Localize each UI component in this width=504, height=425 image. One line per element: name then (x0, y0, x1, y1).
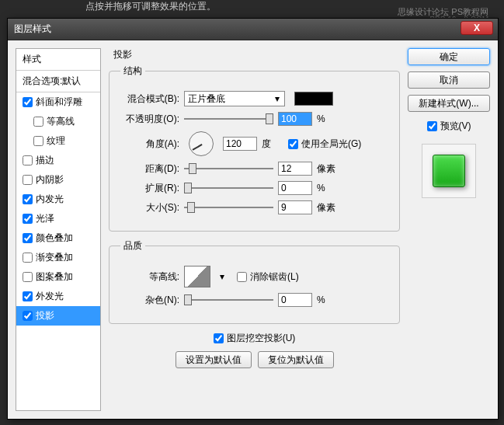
stroke-checkbox[interactable] (23, 155, 33, 165)
texture-label: 纹理 (47, 134, 65, 148)
gradient-overlay-checkbox[interactable] (23, 253, 33, 263)
contour-checkbox[interactable] (33, 117, 43, 127)
drop-shadow-label: 投影 (36, 309, 54, 322)
spread-slider[interactable] (184, 181, 273, 195)
opacity-input[interactable]: 100 (278, 112, 312, 126)
ok-button[interactable]: 确定 (408, 48, 490, 65)
contour-setting-label: 等高线: (120, 270, 179, 284)
opacity-slider[interactable] (184, 112, 273, 126)
layer-style-dialog: 图层样式 X 样式 混合选项:默认 斜面和浮雕 等高线 纹理 描边 内阴影 内发… (7, 18, 499, 420)
opacity-unit: % (317, 113, 339, 124)
noise-label: 杂色(N): (120, 294, 179, 307)
global-light-label: 使用全局光(G) (301, 138, 361, 151)
drop-shadow-checkbox[interactable] (23, 311, 33, 321)
style-pattern-overlay[interactable]: 图案叠加 (16, 267, 100, 287)
settings-panel: 投影 结构 混合模式(B): 正片叠底 ▾ 不透明度(O): 100 % (109, 48, 408, 411)
size-slider[interactable] (184, 200, 273, 214)
inner-shadow-label: 内阴影 (36, 173, 64, 186)
style-gradient-overlay[interactable]: 渐变叠加 (16, 248, 100, 267)
anti-alias-checkbox[interactable] (237, 272, 247, 282)
global-light-checkbox[interactable] (288, 139, 298, 149)
set-default-button[interactable]: 设置为默认值 (176, 351, 252, 368)
outer-glow-label: 外发光 (36, 290, 64, 303)
outer-glow-checkbox[interactable] (23, 291, 33, 301)
titlebar[interactable]: 图层样式 X (8, 19, 498, 40)
angle-input[interactable]: 120 (223, 137, 257, 151)
quality-group: 品质 等高线: ▾ 消除锯齿(L) 杂色(N): 0 % (109, 239, 400, 324)
structure-legend: 结构 (120, 64, 145, 78)
color-overlay-checkbox[interactable] (23, 233, 33, 243)
contour-label: 等高线 (47, 115, 75, 128)
spread-label: 扩展(R): (120, 182, 179, 195)
panel-title: 投影 (109, 48, 400, 61)
cancel-button[interactable]: 取消 (408, 71, 490, 89)
distance-unit: 像素 (317, 162, 339, 176)
chevron-down-icon: ▾ (272, 92, 283, 105)
preview-swatch (433, 155, 465, 187)
shadow-color-swatch[interactable] (294, 92, 333, 106)
satin-checkbox[interactable] (23, 214, 33, 224)
style-outer-glow[interactable]: 外发光 (16, 287, 100, 306)
right-panel: 确定 取消 新建样式(W)... 预览(V) (408, 48, 490, 411)
texture-checkbox[interactable] (33, 136, 43, 146)
preview-box (422, 144, 476, 198)
angle-unit: 度 (262, 138, 283, 151)
color-overlay-label: 颜色叠加 (36, 232, 73, 245)
size-input[interactable]: 9 (278, 200, 312, 214)
stroke-label: 描边 (36, 154, 54, 167)
size-unit: 像素 (317, 201, 339, 214)
knockout-checkbox[interactable] (214, 333, 224, 343)
preview-checkbox[interactable] (427, 121, 437, 131)
blend-mode-value: 正片叠底 (188, 92, 225, 106)
style-drop-shadow[interactable]: 投影 (16, 306, 100, 326)
satin-label: 光泽 (36, 212, 54, 225)
distance-input[interactable]: 12 (278, 162, 312, 176)
noise-slider[interactable] (184, 293, 273, 307)
spread-input[interactable]: 0 (278, 181, 312, 195)
style-inner-glow[interactable]: 内发光 (16, 190, 100, 209)
noise-unit: % (317, 294, 339, 305)
blend-mode-combo[interactable]: 正片叠底 ▾ (184, 91, 285, 106)
opacity-label: 不透明度(O): (120, 113, 179, 126)
distance-label: 距离(D): (120, 162, 179, 176)
close-button[interactable]: X (461, 21, 493, 35)
style-texture[interactable]: 纹理 (16, 131, 100, 151)
styles-header[interactable]: 样式 (16, 49, 100, 71)
style-inner-shadow[interactable]: 内阴影 (16, 170, 100, 190)
size-label: 大小(S): (120, 201, 179, 214)
distance-slider[interactable] (184, 162, 273, 176)
gradient-overlay-label: 渐变叠加 (36, 251, 73, 264)
styles-list: 样式 混合选项:默认 斜面和浮雕 等高线 纹理 描边 内阴影 内发光 光泽 颜色… (16, 48, 101, 411)
noise-input[interactable]: 0 (278, 293, 312, 307)
contour-picker[interactable] (184, 266, 210, 287)
pattern-overlay-checkbox[interactable] (23, 272, 33, 282)
blending-options[interactable]: 混合选项:默认 (16, 71, 100, 92)
bevel-label: 斜面和浮雕 (36, 96, 82, 109)
inner-glow-checkbox[interactable] (23, 194, 33, 204)
knockout-label: 图层挖空投影(U) (227, 332, 296, 345)
style-color-overlay[interactable]: 颜色叠加 (16, 228, 100, 248)
blend-mode-label: 混合模式(B): (120, 92, 179, 106)
preview-label: 预览(V) (440, 120, 471, 133)
dialog-title: 图层样式 (14, 23, 51, 36)
chevron-down-icon: ▾ (220, 271, 224, 282)
style-bevel[interactable]: 斜面和浮雕 (16, 92, 100, 112)
quality-legend: 品质 (120, 239, 145, 253)
close-icon: X (474, 23, 480, 33)
reset-default-button[interactable]: 复位为默认值 (258, 351, 334, 368)
bevel-checkbox[interactable] (23, 97, 33, 107)
style-stroke[interactable]: 描边 (16, 151, 100, 170)
inner-shadow-checkbox[interactable] (23, 175, 33, 185)
structure-group: 结构 混合模式(B): 正片叠底 ▾ 不透明度(O): 100 % 角度( (109, 64, 400, 232)
inner-glow-label: 内发光 (36, 193, 64, 206)
angle-label: 角度(A): (120, 138, 179, 151)
new-style-button[interactable]: 新建样式(W)... (408, 95, 490, 112)
anti-alias-label: 消除锯齿(L) (250, 270, 299, 284)
spread-unit: % (317, 183, 339, 193)
pattern-overlay-label: 图案叠加 (36, 270, 73, 284)
angle-dial[interactable] (189, 131, 214, 156)
style-satin[interactable]: 光泽 (16, 209, 100, 228)
style-contour[interactable]: 等高线 (16, 112, 100, 131)
hint-text: 点按并拖移可调整效果的位置。 (85, 0, 216, 13)
